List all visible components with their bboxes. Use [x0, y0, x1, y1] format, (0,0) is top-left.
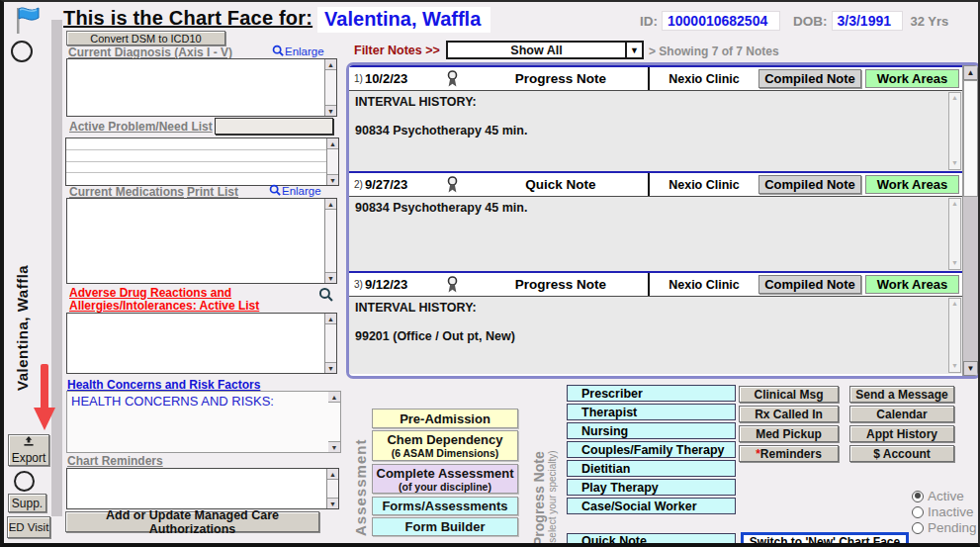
- radio-active[interactable]: [912, 491, 924, 502]
- radio-inactive[interactable]: [912, 506, 924, 518]
- button-label: Send a Message: [855, 388, 947, 402]
- status-option-pending[interactable]: Pending: [912, 520, 977, 535]
- note-body-scrollbar[interactable]: [948, 198, 961, 270]
- scroll-up-icon: [325, 199, 336, 210]
- dropdown-arrow-icon[interactable]: [625, 43, 642, 57]
- complete-assessment-button[interactable]: Complete Assessment (of your discipline): [372, 464, 518, 494]
- current-diagnosis-listbox[interactable]: [66, 58, 337, 117]
- compiled-note-button[interactable]: Compiled Note: [758, 69, 861, 88]
- note-body-line: INTERVAL HISTORY:: [355, 95, 942, 111]
- note-body-scrollbar[interactable]: [948, 92, 961, 170]
- radio-pending[interactable]: [912, 522, 924, 534]
- health-concerns-box[interactable]: HEALTH CONCERNS AND RISKS:: [66, 391, 341, 453]
- flag-icon[interactable]: [13, 5, 43, 39]
- clinical-msg-button[interactable]: Clinical Msg: [739, 386, 839, 403]
- search-allergies-icon[interactable]: [318, 287, 333, 302]
- enlarge-medications-link[interactable]: Enlarge: [269, 184, 321, 198]
- enlarge-label: Enlarge: [282, 185, 321, 197]
- pre-admission-button[interactable]: Pre-Admission: [372, 409, 518, 428]
- listbox-scrollbar[interactable]: [324, 59, 336, 116]
- note-body[interactable]: INTERVAL HISTORY: 90834 Psychotherapy 45…: [349, 90, 962, 171]
- note-body-scrollbar[interactable]: [948, 298, 961, 373]
- listbox-scrollbar[interactable]: [324, 314, 336, 373]
- work-areas-button[interactable]: Work Areas: [865, 175, 959, 194]
- ed-visit-button[interactable]: ED Visit: [7, 516, 50, 538]
- section-label-sub: (select your specialty): [547, 450, 558, 546]
- chart-reminders-box[interactable]: [66, 468, 339, 509]
- status-option-inactive[interactable]: Inactive: [912, 504, 974, 519]
- quick-note-button[interactable]: Quick Note: [567, 533, 736, 547]
- note-header[interactable]: 1) 10/2/23 Progress Note Nexio Clinic Co…: [349, 65, 962, 90]
- scrollbar-thumb[interactable]: [963, 80, 978, 197]
- note-body-line: INTERVAL HISTORY:: [355, 301, 942, 317]
- note-header[interactable]: 3) 9/12/23 Progress Note Nexio Clinic Co…: [349, 271, 962, 296]
- button-label: Forms/Assessments: [382, 499, 507, 513]
- button-label: Complete Assessment: [377, 466, 514, 481]
- forms-assessments-button[interactable]: Forms/Assessments: [372, 497, 518, 515]
- supp-button[interactable]: Supp.: [8, 494, 46, 512]
- button-label: Form Builder: [405, 519, 486, 534]
- list-row[interactable]: [66, 138, 326, 150]
- switch-chart-face-button[interactable]: Switch to 'New' Chart Face: [741, 532, 909, 547]
- note-number: 3): [354, 279, 363, 290]
- print-list-link[interactable]: Print List: [187, 185, 238, 199]
- listbox-scrollbar[interactable]: [326, 469, 338, 508]
- med-pickup-button[interactable]: Med Pickup: [739, 425, 839, 442]
- convert-dsm-button[interactable]: Convert DSM to ICD10: [66, 31, 225, 46]
- prescriber-button[interactable]: Prescriber: [567, 385, 736, 402]
- reminders-button[interactable]: *Reminders: [739, 445, 839, 462]
- rx-called-in-button[interactable]: Rx Called In: [739, 406, 839, 422]
- active-problem-input[interactable]: [215, 118, 333, 135]
- current-medications-label[interactable]: Current Medications: [69, 185, 184, 199]
- work-areas-button[interactable]: Work Areas: [865, 69, 959, 88]
- nursing-button[interactable]: Nursing: [567, 422, 736, 439]
- current-diagnosis-label[interactable]: Current Diagnosis (Axis I - V): [68, 46, 232, 59]
- note-type: Progress Note: [474, 71, 648, 86]
- rail-radio-top[interactable]: [11, 41, 33, 62]
- medications-listbox[interactable]: [66, 198, 337, 284]
- notes-panel: 1) 10/2/23 Progress Note Nexio Clinic Co…: [346, 62, 980, 379]
- listbox-scrollbar[interactable]: [324, 199, 336, 283]
- filter-notes-dropdown[interactable]: Show All: [446, 41, 644, 59]
- play-therapy-button[interactable]: Play Therapy: [567, 479, 736, 496]
- adverse-reactions-label-1[interactable]: Adverse Drug Reactions and: [69, 286, 231, 300]
- note-body[interactable]: INTERVAL HISTORY: 99201 (Office / Out pt…: [349, 296, 962, 374]
- export-icon: [23, 436, 35, 450]
- form-builder-button[interactable]: Form Builder: [372, 517, 518, 536]
- status-option-active[interactable]: Active: [912, 489, 964, 503]
- note-body[interactable]: 90834 Psychotherapy 45 min.: [349, 196, 962, 271]
- enlarge-diagnosis-link[interactable]: Enlarge: [272, 45, 324, 58]
- chem-dependency-button[interactable]: Chem Dependency (6 ASAM Dimensions): [372, 430, 518, 461]
- chart-reminders-label[interactable]: Chart Reminders: [67, 454, 163, 468]
- list-row[interactable]: [66, 150, 326, 162]
- compiled-note-button[interactable]: Compiled Note: [758, 275, 861, 294]
- listbox-scrollbar[interactable]: [328, 392, 340, 452]
- calendar-button[interactable]: Calendar: [849, 406, 954, 422]
- account-button[interactable]: $ Account: [849, 445, 954, 462]
- note-header[interactable]: 2) 9/27/23 Quick Note Nexio Clinic Compi…: [349, 171, 962, 196]
- note-type: Quick Note: [474, 177, 648, 192]
- allergies-listbox[interactable]: [66, 313, 337, 374]
- export-button[interactable]: Export: [8, 434, 49, 466]
- listbox-scrollbar[interactable]: [326, 138, 338, 185]
- health-concerns-label[interactable]: Health Concerns and Risk Factors: [67, 378, 260, 392]
- adverse-reactions-label-2[interactable]: Allergies/Intolerances: Active List: [69, 299, 259, 313]
- scroll-down-icon: [327, 498, 338, 508]
- case-social-worker-button[interactable]: Case/Social Worker: [567, 498, 736, 514]
- notes-scrollbar[interactable]: [962, 65, 978, 376]
- button-label: Pre-Admission: [400, 411, 490, 426]
- list-row[interactable]: [66, 162, 326, 174]
- send-a-message-button[interactable]: Send a Message: [849, 386, 954, 403]
- couples-family-therapy-button[interactable]: Couples/Family Therapy: [567, 441, 736, 458]
- appt-history-button[interactable]: Appt History: [849, 425, 954, 442]
- button-label: Appt History: [866, 427, 937, 441]
- rail-radio-bottom[interactable]: [14, 471, 35, 492]
- therapist-button[interactable]: Therapist: [567, 404, 736, 420]
- dietitian-button[interactable]: Dietitian: [567, 460, 736, 477]
- rail-scrollbar[interactable]: [51, 20, 62, 516]
- compiled-note-button[interactable]: Compiled Note: [758, 175, 861, 194]
- active-problem-listbox[interactable]: [65, 137, 339, 186]
- active-problem-label[interactable]: Active Problem/Need List: [69, 120, 213, 134]
- work-areas-button[interactable]: Work Areas: [865, 275, 959, 294]
- managed-care-button[interactable]: Add or Update Managed Care Authorization…: [65, 511, 319, 532]
